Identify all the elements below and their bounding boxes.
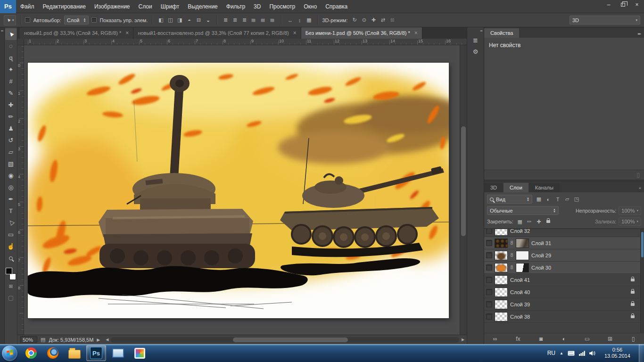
layer-row[interactable]: 8Слой 29 bbox=[484, 249, 640, 262]
distribute-left-edges-icon[interactable]: ≣ bbox=[249, 16, 258, 25]
collapse-tools-icon[interactable]: ▸▸ bbox=[1, 29, 3, 344]
layers-scrollbar[interactable] bbox=[640, 229, 644, 333]
layer-thumbnail[interactable] bbox=[495, 251, 508, 260]
crop-tool[interactable]: # bbox=[5, 75, 17, 87]
filter-type-layers-icon[interactable]: T bbox=[553, 195, 562, 204]
layer-thumbnail[interactable] bbox=[495, 263, 508, 272]
canvas-viewport[interactable] bbox=[24, 45, 467, 335]
lock-all-icon[interactable] bbox=[544, 217, 553, 226]
add-layer-mask-icon[interactable]: ◙ bbox=[537, 336, 545, 342]
delete-layer-icon[interactable]: ▯ bbox=[629, 336, 637, 342]
adjustments-panel-icon[interactable]: ≣ bbox=[470, 34, 482, 46]
menu-item[interactable]: Справка bbox=[321, 0, 352, 13]
distribute-vertical-spacing-icon[interactable]: ↕ bbox=[295, 16, 304, 25]
distribute-horizontal-spacing-icon[interactable]: ↔ bbox=[286, 16, 294, 25]
layer-style-icon[interactable]: fx bbox=[514, 336, 522, 342]
document-tab[interactable]: Без имени-1.psd @ 50% (Слой 36, RGB/8) *… bbox=[301, 27, 422, 39]
healing-brush-tool[interactable]: ✚ bbox=[5, 99, 17, 111]
workspace-switcher[interactable]: 3D ▾ bbox=[570, 16, 640, 25]
layer-mask-thumbnail[interactable] bbox=[516, 263, 529, 272]
menu-item[interactable]: Шрифт bbox=[157, 0, 183, 13]
taskbar-paint[interactable] bbox=[130, 345, 149, 361]
menu-item[interactable]: Просмотр bbox=[265, 0, 299, 13]
autoselect-target-dropdown[interactable]: Слой ▲▼ bbox=[64, 16, 89, 25]
menu-item[interactable]: Слои bbox=[134, 0, 157, 13]
expand-panels-icon[interactable]: ◂◂ bbox=[480, 28, 484, 32]
auto-align-layers-icon[interactable]: ▦ bbox=[305, 16, 313, 25]
shape-tool[interactable]: ▭ bbox=[5, 229, 17, 240]
layer-row[interactable]: Слой 40 bbox=[484, 286, 640, 298]
dodge-tool[interactable]: ◎ bbox=[5, 181, 17, 193]
visibility-toggle[interactable] bbox=[486, 313, 492, 320]
menu-item[interactable]: Выделение bbox=[183, 0, 222, 13]
menu-item[interactable]: 3D bbox=[249, 0, 265, 13]
collapse-panels-button[interactable]: ▸▸ bbox=[638, 32, 644, 38]
layers-scrollbar-thumb[interactable] bbox=[641, 232, 644, 257]
volume-icon[interactable] bbox=[589, 351, 596, 356]
hidden-icons-button[interactable]: ▲ bbox=[560, 351, 563, 355]
layer-row[interactable]: 8Слой 31 bbox=[484, 237, 640, 249]
horizontal-scrollbar-track[interactable] bbox=[111, 337, 459, 343]
path-selection-tool[interactable]: ▷ bbox=[5, 217, 17, 229]
fill-field[interactable]: 100% ▾ bbox=[619, 217, 641, 226]
document-tab[interactable]: новый1-восстановлено.psd @ 33,3% (Слой 7… bbox=[133, 27, 301, 39]
type-tool[interactable]: T bbox=[5, 205, 17, 217]
background-color-swatch[interactable] bbox=[9, 273, 16, 280]
taskbar-photoshop[interactable]: Ps bbox=[86, 345, 106, 361]
3d-scale-icon[interactable]: ⊠ bbox=[388, 16, 396, 25]
visibility-toggle[interactable] bbox=[486, 264, 492, 271]
scroll-left-button[interactable]: ◀ bbox=[104, 337, 110, 342]
zoom-tool[interactable] bbox=[5, 252, 17, 264]
quick-mask-button[interactable]: ◙ bbox=[5, 280, 17, 292]
menu-item[interactable]: Окно bbox=[299, 0, 321, 13]
link-layers-icon[interactable]: ∞ bbox=[491, 336, 499, 342]
network-icon[interactable] bbox=[579, 351, 585, 356]
color-swatches[interactable] bbox=[5, 268, 17, 280]
quick-selection-tool[interactable]: ✦ bbox=[5, 64, 17, 75]
panel-tab[interactable]: 3D bbox=[484, 183, 503, 192]
eyedropper-tool[interactable]: ✎ bbox=[5, 87, 17, 99]
taskbar-firefox[interactable] bbox=[43, 345, 63, 361]
lock-transparency-icon[interactable]: ▦ bbox=[516, 217, 524, 226]
align-bottom-edges-icon[interactable]: ◒ bbox=[204, 16, 212, 25]
show-transform-controls-checkbox[interactable] bbox=[91, 17, 97, 23]
filter-shape-layers-icon[interactable]: ▱ bbox=[563, 195, 571, 204]
new-layer-icon[interactable]: ⊞ bbox=[606, 336, 614, 342]
tool-preset-picker[interactable]: ► ▾ bbox=[4, 15, 16, 25]
3d-roll-icon[interactable]: ⊙ bbox=[360, 16, 368, 25]
align-left-edges-icon[interactable]: ◧ bbox=[157, 16, 165, 25]
new-group-icon[interactable]: ▭ bbox=[583, 336, 591, 342]
language-indicator[interactable]: RU bbox=[547, 350, 555, 356]
menu-item[interactable]: Изображение bbox=[90, 0, 134, 13]
align-top-edges-icon[interactable]: ◓ bbox=[185, 16, 193, 25]
screen-mode-button[interactable]: ▢ bbox=[5, 292, 17, 304]
align-horizontal-centers-icon[interactable]: ◫ bbox=[166, 16, 174, 25]
document-tab[interactable]: новый1.psd @ 33,3% (Слой 34, RGB/8) *× bbox=[20, 27, 133, 39]
tools-presets-panel-icon[interactable]: ⚙ bbox=[470, 46, 482, 57]
tab-close-icon[interactable]: × bbox=[125, 30, 129, 36]
menu-item[interactable]: Файл bbox=[16, 0, 39, 13]
distribute-bottom-edges-icon[interactable]: ≣ bbox=[240, 16, 248, 25]
hand-tool[interactable]: ☝ bbox=[5, 240, 17, 252]
tab-properties[interactable]: Свойства bbox=[484, 28, 519, 38]
restore-button[interactable] bbox=[616, 0, 630, 9]
visibility-toggle[interactable] bbox=[486, 289, 492, 295]
layer-mask-thumbnail[interactable] bbox=[516, 251, 529, 260]
visibility-toggle[interactable] bbox=[486, 240, 492, 246]
move-tool[interactable]: ► bbox=[5, 28, 17, 40]
align-vertical-centers-icon[interactable]: ⊟ bbox=[194, 16, 203, 25]
distribute-vertical-centers-icon[interactable]: ≣ bbox=[231, 16, 239, 25]
filter-pixel-layers-icon[interactable]: ▦ bbox=[535, 195, 543, 204]
layer-thumbnail[interactable] bbox=[495, 288, 508, 297]
document-canvas[interactable] bbox=[28, 63, 449, 318]
keyboard-icon[interactable] bbox=[568, 351, 575, 356]
vertical-scrollbar[interactable] bbox=[460, 45, 467, 335]
taskbar-chrome[interactable] bbox=[21, 345, 41, 361]
gradient-tool[interactable]: ▧ bbox=[5, 158, 17, 170]
layer-filter-dropdown[interactable]: Вид ▲▼ bbox=[487, 195, 532, 204]
layer-thumbnail[interactable] bbox=[495, 300, 508, 309]
new-adjustment-layer-icon[interactable]: ◐ bbox=[560, 336, 568, 342]
visibility-toggle[interactable] bbox=[486, 301, 492, 307]
layer-row[interactable]: Слой 41 bbox=[484, 274, 640, 286]
start-button[interactable] bbox=[2, 346, 17, 361]
